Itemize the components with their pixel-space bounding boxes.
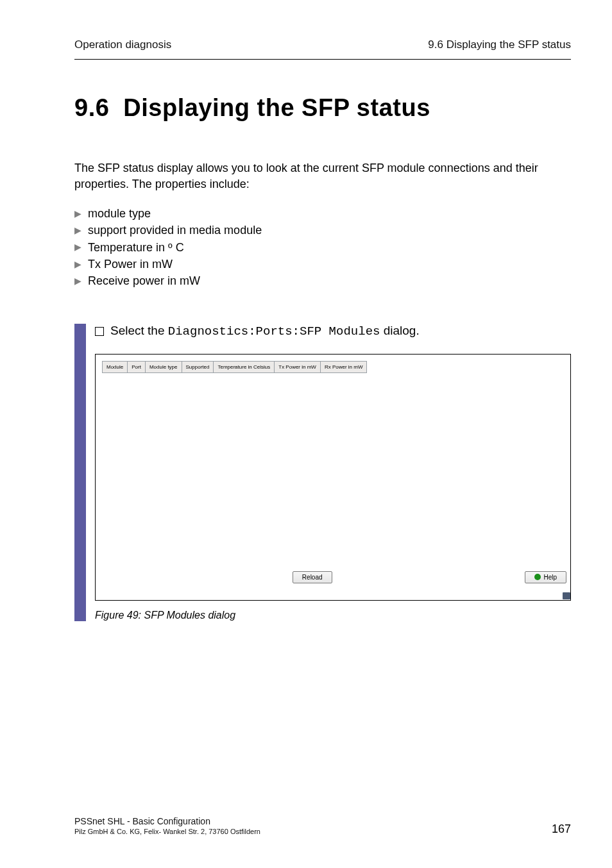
step-text: Select the Diagnostics:Ports:SFP Modules…: [110, 324, 420, 338]
triangle-icon: ▶: [74, 240, 81, 253]
footer-line2: Pilz GmbH & Co. KG, Felix- Wankel Str. 2…: [74, 827, 260, 836]
title-text: Displaying the SFP status: [123, 94, 430, 122]
table-area: Module Port Module type Supported Temper…: [96, 355, 570, 566]
list-item: ▶module type: [74, 205, 571, 222]
list-item-label: support provided in media module: [88, 222, 262, 238]
list-item: ▶Receive power in mW: [74, 272, 571, 289]
header-left: Operation diagnosis: [74, 38, 171, 51]
list-item-label: Tx Power in mW: [88, 256, 173, 272]
title-number: 9.6: [74, 94, 109, 122]
list-item: ▶Tx Power in mW: [74, 256, 571, 272]
col-temperature[interactable]: Temperature in Celsius: [214, 361, 275, 372]
intro-paragraph: The SFP status display allows you to loo…: [74, 160, 571, 192]
step-suffix: dialog.: [380, 324, 419, 337]
col-module-type[interactable]: Module type: [145, 361, 182, 372]
page-title: 9.6 Displaying the SFP status: [74, 94, 571, 122]
corner-badge: [563, 588, 570, 600]
list-item-label: Receive power in mW: [88, 272, 200, 289]
triangle-icon: ▶: [74, 258, 81, 271]
instruction-block: Select the Diagnostics:Ports:SFP Modules…: [74, 324, 571, 621]
list-item-label: Temperature in º C: [88, 239, 184, 256]
col-supported[interactable]: Supported: [182, 361, 214, 372]
col-port[interactable]: Port: [128, 361, 146, 372]
col-module[interactable]: Module: [103, 361, 128, 372]
header-rule: [74, 59, 571, 60]
step-prefix: Select the: [110, 324, 168, 337]
triangle-icon: ▶: [74, 274, 81, 287]
triangle-icon: ▶: [74, 207, 81, 220]
step-path: Diagnostics:Ports:SFP Modules: [168, 324, 380, 338]
reload-button[interactable]: Reload: [293, 571, 332, 583]
footer-line1: PSSnet SHL - Basic Configuration: [74, 815, 260, 827]
list-item: ▶Temperature in º C: [74, 239, 571, 256]
step-line: Select the Diagnostics:Ports:SFP Modules…: [95, 324, 571, 338]
list-item-label: module type: [88, 205, 151, 222]
page-number: 167: [552, 822, 571, 836]
col-rx-power[interactable]: Rx Power in mW: [320, 361, 367, 372]
figure-frame: Module Port Module type Supported Temper…: [95, 354, 571, 601]
vertical-bar: [74, 324, 86, 621]
bullet-list: ▶module type ▶support provided in media …: [74, 205, 571, 288]
header-right: 9.6 Displaying the SFP status: [428, 38, 571, 51]
help-button[interactable]: Help: [525, 571, 566, 583]
table-header-row: Module Port Module type Supported Temper…: [103, 361, 367, 372]
col-tx-power[interactable]: Tx Power in mW: [275, 361, 321, 372]
triangle-icon: ▶: [74, 224, 81, 237]
sfp-table: Module Port Module type Supported Temper…: [102, 361, 367, 373]
page-footer: PSSnet SHL - Basic Configuration Pilz Gm…: [74, 815, 571, 836]
button-row: Reload Help: [96, 566, 570, 587]
figure-caption: Figure 49: SFP Modules dialog: [95, 610, 571, 621]
list-item: ▶support provided in media module: [74, 222, 571, 238]
checkbox-icon: [95, 327, 104, 336]
